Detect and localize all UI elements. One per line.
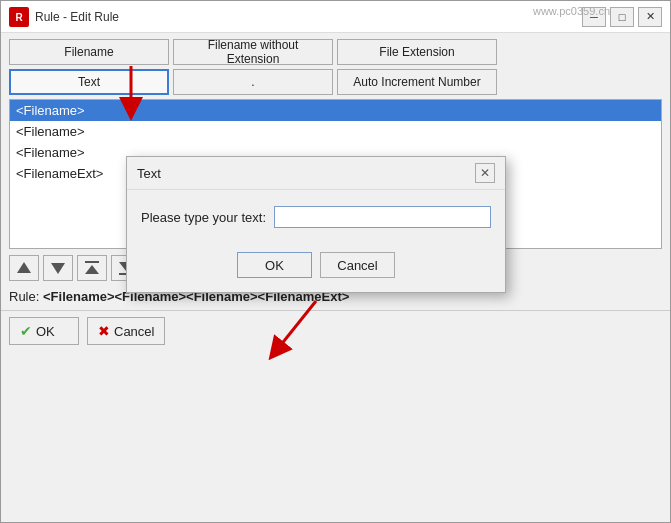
modal-overlay: Text ✕ Please type your text: OK Cancel bbox=[1, 1, 670, 522]
modal-title: Text bbox=[137, 166, 161, 181]
main-window: R Rule - Edit Rule ─ □ ✕ www.pc0359.cn F… bbox=[0, 0, 671, 523]
modal-close-button[interactable]: ✕ bbox=[475, 163, 495, 183]
modal-ok-button[interactable]: OK bbox=[237, 252, 312, 278]
text-dialog: Text ✕ Please type your text: OK Cancel bbox=[126, 156, 506, 293]
modal-cancel-button[interactable]: Cancel bbox=[320, 252, 395, 278]
modal-label: Please type your text: bbox=[141, 210, 266, 225]
modal-title-bar: Text ✕ bbox=[127, 157, 505, 190]
modal-body: Please type your text: bbox=[127, 190, 505, 244]
modal-buttons: OK Cancel bbox=[127, 244, 505, 292]
text-input[interactable] bbox=[274, 206, 491, 228]
modal-input-row: Please type your text: bbox=[141, 206, 491, 228]
